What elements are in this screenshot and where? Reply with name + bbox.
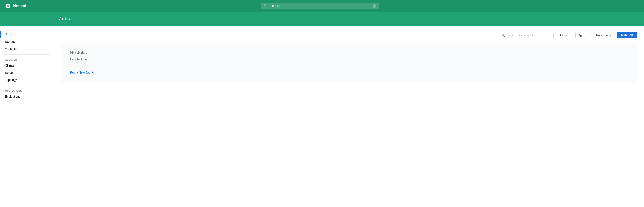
nodepool-filter-button[interactable]: NodePool ▼ [593,32,615,38]
svg-text:N: N [7,4,9,8]
no-jobs-title: No Jobs [70,50,629,55]
sidebar-section-operations: OPERATIONS [0,88,55,93]
plus-icon: + [92,70,94,74]
no-jobs-card: No Jobs No jobs found. Run a New Job + [62,43,637,83]
search-icon: 🔍 [264,4,267,8]
brand-area: N Nomad [5,3,26,9]
sidebar-item-variables[interactable]: Variables [0,45,55,52]
sidebar-section-cluster: CLUSTER [0,57,55,62]
type-chevron-icon: ▼ [586,34,588,36]
sidebar-divider-operations [5,86,50,86]
sidebar-item-topology[interactable]: Topology [0,76,55,84]
run-job-button[interactable]: Run Job [617,32,637,38]
jump-to-bar[interactable]: 🔍 Jump to / [261,3,379,9]
status-chevron-icon: ▼ [568,34,570,36]
run-new-job-link[interactable]: Run a New Job + [70,70,94,74]
search-jobs-icon: 🔍 [502,34,505,37]
status-filter-button[interactable]: Status ▼ [556,32,573,38]
sidebar-item-clients[interactable]: Clients [0,62,55,69]
subheader: Jobs [0,12,644,26]
nomad-logo-icon: N [5,3,11,9]
sidebar: Jobs Storage Variables CLUSTER Clients S… [0,26,55,207]
sidebar-item-jobs[interactable]: Jobs [0,31,55,38]
keyboard-shortcut-slash: / [373,4,376,8]
nodepool-chevron-icon: ▼ [610,34,612,36]
jobs-toolbar: 🔍 Status ▼ Type ▼ NodePool ▼ Run Job [62,32,637,38]
no-jobs-divider [70,66,629,66]
sidebar-divider-cluster [5,54,50,55]
main-layout: Jobs Storage Variables CLUSTER Clients S… [0,26,644,207]
sidebar-item-evaluations[interactable]: Evaluations [0,93,55,100]
jump-to-label: Jump to [269,4,371,8]
type-filter-button[interactable]: Type ▼ [575,32,591,38]
brand-name: Nomad [13,4,26,8]
jobs-search-wrap[interactable]: 🔍 [499,32,554,38]
sidebar-item-storage[interactable]: Storage [0,38,55,45]
top-nav: N Nomad 🔍 Jump to / [0,0,644,12]
no-jobs-subtitle: No jobs found. [70,58,629,61]
page-title: Jobs [59,16,644,22]
main-content: 🔍 Status ▼ Type ▼ NodePool ▼ Run Job No … [55,26,644,207]
sidebar-item-servers[interactable]: Servers [0,69,55,76]
jobs-search-input[interactable] [506,34,551,37]
